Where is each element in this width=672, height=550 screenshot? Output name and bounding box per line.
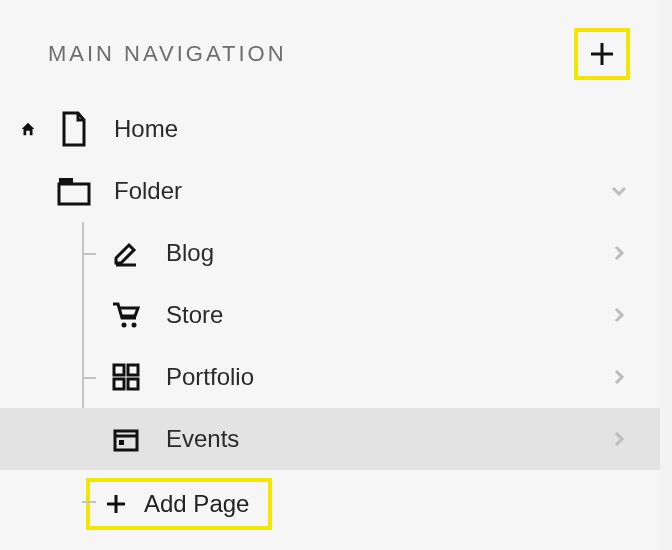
nav-item-label: Portfolio xyxy=(166,363,254,391)
nav-item-store[interactable]: Store xyxy=(0,284,660,346)
svg-rect-7 xyxy=(114,365,124,375)
grid-icon xyxy=(108,363,144,391)
nav-item-events[interactable]: Events xyxy=(0,408,660,470)
page-icon xyxy=(56,111,92,147)
nav-item-folder[interactable]: Folder xyxy=(0,160,660,222)
plus-icon xyxy=(588,40,616,68)
svg-point-6 xyxy=(132,323,137,328)
chevron-right-icon xyxy=(608,304,630,326)
nav-item-label: Blog xyxy=(166,239,214,267)
svg-point-5 xyxy=(122,323,127,328)
svg-rect-9 xyxy=(114,379,124,389)
nav-item-label: Events xyxy=(166,425,239,453)
add-page-button[interactable]: Add Page xyxy=(86,478,272,530)
svg-rect-2 xyxy=(59,184,89,204)
svg-rect-10 xyxy=(128,379,138,389)
nav-item-portfolio[interactable]: Portfolio xyxy=(0,346,660,408)
calendar-icon xyxy=(108,425,144,453)
home-indicator-icon xyxy=(18,120,38,138)
nav-item-home[interactable]: Home xyxy=(0,98,660,160)
nav-list: Home Folder Blog xyxy=(0,98,660,530)
svg-rect-11 xyxy=(115,431,137,450)
svg-rect-13 xyxy=(119,440,124,445)
folder-children: Blog Store Portfolio xyxy=(0,222,660,470)
chevron-down-icon xyxy=(608,180,630,202)
nav-item-label: Home xyxy=(114,115,178,143)
cart-icon xyxy=(108,300,144,330)
svg-rect-3 xyxy=(59,178,73,184)
chevron-right-icon xyxy=(608,428,630,450)
nav-item-label: Folder xyxy=(114,177,182,205)
navigation-panel: MAIN NAVIGATION Home Folder xyxy=(0,0,660,550)
panel-header: MAIN NAVIGATION xyxy=(0,0,660,90)
blog-icon xyxy=(108,238,144,268)
panel-title: MAIN NAVIGATION xyxy=(48,41,287,67)
svg-rect-8 xyxy=(128,365,138,375)
add-button[interactable] xyxy=(574,28,630,80)
folder-icon xyxy=(56,176,92,206)
chevron-right-icon xyxy=(608,366,630,388)
add-page-label: Add Page xyxy=(144,490,249,518)
nav-item-label: Store xyxy=(166,301,223,329)
plus-icon xyxy=(104,492,128,516)
chevron-right-icon xyxy=(608,242,630,264)
nav-item-blog[interactable]: Blog xyxy=(0,222,660,284)
